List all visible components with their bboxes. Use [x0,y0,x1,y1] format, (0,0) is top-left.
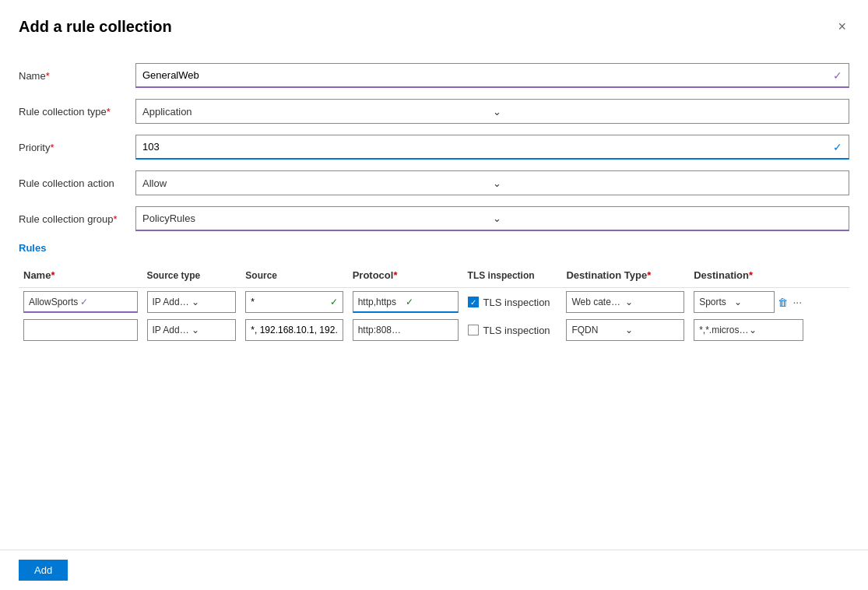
protocol-dropdown[interactable]: http:8080,https:443 [353,319,459,341]
priority-input[interactable] [142,141,830,153]
rules-section-label: Rules [19,242,849,254]
tls-inspection-cell: TLS inspection [468,325,557,336]
destination-type-chevron: ⌄ [625,325,679,335]
tls-inspection-cell: TLS inspection [468,297,557,308]
rule-collection-group-label: Rule collection group* [19,213,135,225]
rule-collection-action-label: Rule collection action [19,177,135,189]
dialog-title: Add a rule collection [19,18,172,36]
name-label: Name* [19,70,135,82]
table-row: IP Address⌄http:8080,https:443TLS inspec… [19,316,849,344]
destination-type-dropdown[interactable]: Web categories...⌄ [566,291,684,313]
rule-collection-group-chevron: ⌄ [493,212,843,224]
tls-checkbox[interactable] [468,325,479,335]
delete-row-button[interactable]: 🗑 [776,295,789,310]
priority-input-wrapper: ✓ [135,135,849,160]
col-header-actions [808,266,849,288]
source-input[interactable] [251,297,329,307]
rule-name-chevron: ✓ [80,297,132,307]
destination-chevron: ⌄ [734,297,769,307]
source-type-dropdown[interactable]: IP Address⌄ [147,291,237,313]
destination-cell-container: Sports⌄🗑··· [694,291,803,313]
protocol-check-icon: ✓ [406,297,453,307]
source-type-chevron: ⌄ [192,297,230,307]
more-options-button[interactable]: ··· [791,294,803,310]
name-input-wrapper: ✓ [135,63,849,88]
destination-dropdown[interactable]: Sports⌄ [694,291,775,313]
source-input[interactable] [251,325,337,335]
destination-chevron: ⌄ [749,325,798,335]
priority-label: Priority* [19,142,135,153]
tls-label: TLS inspection [483,297,550,308]
priority-check-icon: ✓ [833,141,842,153]
col-header-name: Name* [19,266,142,288]
rule-collection-type-chevron: ⌄ [493,106,843,118]
col-header-source-type: Source type [142,266,241,288]
rule-collection-action-chevron: ⌄ [493,177,843,189]
destination-type-dropdown[interactable]: FQDN⌄ [566,319,684,341]
col-header-source: Source [241,266,347,288]
source-check-icon: ✓ [330,297,338,307]
source-input-cell [245,319,343,341]
close-button[interactable]: × [835,16,849,38]
rule-collection-type-dropdown[interactable]: Application ⌄ [135,99,849,124]
tls-checkbox[interactable] [468,297,479,307]
rule-collection-type-label: Rule collection type* [19,106,135,118]
protocol-dropdown[interactable]: http,https✓ [353,291,459,313]
tls-label: TLS inspection [483,325,550,336]
name-input[interactable] [142,69,830,81]
add-button[interactable]: Add [19,560,68,581]
col-header-dest-type: Destination Type* [561,266,689,288]
col-header-destination: Destination* [689,266,808,288]
destination-cell-container: *,*.microsoft.com,*...⌄ [694,319,803,341]
table-row: AllowSports✓IP Address⌄✓http,https✓TLS i… [19,288,849,317]
rule-name-dropdown[interactable]: AllowSports✓ [23,291,138,313]
rule-collection-group-dropdown[interactable]: PolicyRules ⌄ [135,206,849,231]
destination-type-chevron: ⌄ [625,297,679,307]
source-type-chevron: ⌄ [192,325,230,335]
col-header-tls: TLS inspection [463,266,562,288]
source-type-dropdown[interactable]: IP Address⌄ [147,319,237,341]
destination-dropdown[interactable]: *,*.microsoft.com,*...⌄ [694,319,803,341]
source-input-cell: ✓ [245,291,343,313]
name-check-icon: ✓ [833,69,842,82]
rule-collection-action-dropdown[interactable]: Allow ⌄ [135,170,849,195]
rule-name-dropdown[interactable] [23,319,138,341]
col-header-protocol: Protocol* [348,266,463,288]
